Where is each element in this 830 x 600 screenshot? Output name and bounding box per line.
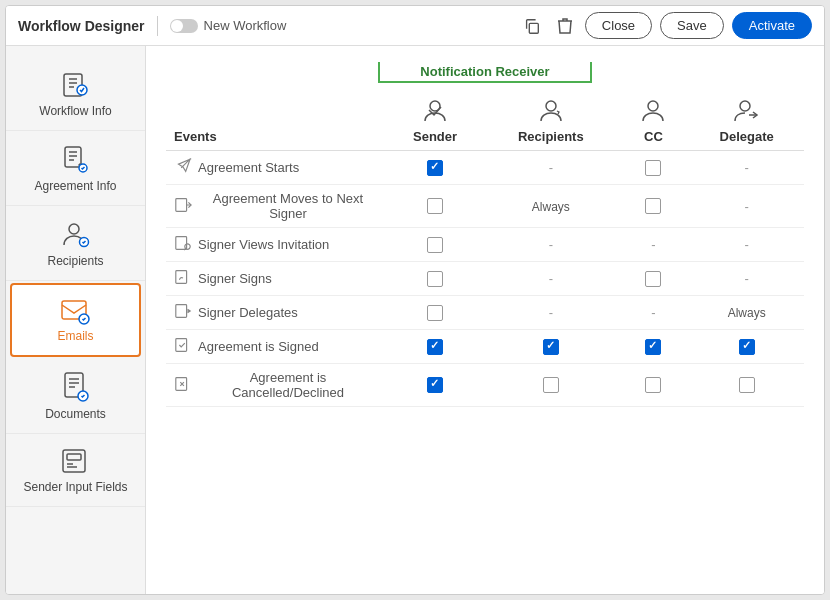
col-header-cc: CC <box>618 91 690 151</box>
cell-dash: - <box>745 271 749 286</box>
checkbox-unchecked[interactable] <box>543 377 559 393</box>
checkbox-checked[interactable] <box>427 377 443 393</box>
table-row: Agreement is Signed <box>166 330 804 364</box>
cell-dash: - <box>651 237 655 252</box>
notification-header: Notification Receiver <box>166 62 804 83</box>
cell-dash: - <box>549 271 553 286</box>
checkbox-unchecked[interactable] <box>427 237 443 253</box>
sender-cell <box>386 364 484 407</box>
svg-rect-3 <box>65 147 81 167</box>
email-table: Events Sender <box>166 91 804 407</box>
checkbox-unchecked[interactable] <box>427 198 443 214</box>
sidebar-label-documents: Documents <box>45 407 106 421</box>
checkbox-unchecked[interactable] <box>427 305 443 321</box>
cell-dash: - <box>745 199 749 214</box>
cell-dash: - <box>549 237 553 252</box>
recipients-cell <box>484 364 617 407</box>
col-header-sender: Sender <box>386 91 484 151</box>
sidebar-item-documents[interactable]: Documents <box>6 359 145 434</box>
delegate-cell: - <box>689 151 804 185</box>
checkbox-checked[interactable] <box>427 160 443 176</box>
checkbox-checked[interactable] <box>543 339 559 355</box>
header: Workflow Designer New Workflow Close Sav… <box>6 6 824 46</box>
cell-dash: - <box>549 305 553 320</box>
checkbox-checked[interactable] <box>427 339 443 355</box>
documents-icon <box>62 371 90 403</box>
delegate-cell: - <box>689 185 804 228</box>
save-button[interactable]: Save <box>660 12 724 39</box>
event-icon <box>174 196 192 217</box>
sender-cell <box>386 262 484 296</box>
sidebar-item-emails[interactable]: Emails <box>10 283 141 357</box>
close-button[interactable]: Close <box>585 12 652 39</box>
recipients-cell: - <box>484 262 617 296</box>
checkbox-unchecked[interactable] <box>427 271 443 287</box>
recipients-cell <box>484 330 617 364</box>
app-container: Workflow Designer New Workflow Close Sav… <box>5 5 825 595</box>
sidebar-label-sender-input: Sender Input Fields <box>23 480 127 494</box>
sender-cell <box>386 185 484 228</box>
event-label: Agreement Starts <box>198 160 299 175</box>
notification-receiver-label: Notification Receiver <box>378 62 591 83</box>
svg-rect-22 <box>176 339 187 352</box>
table-row: Agreement Moves to Next Signer Always - <box>166 185 804 228</box>
table-row: Agreement is Cancelled/Declined <box>166 364 804 407</box>
sidebar-label-workflow-info: Workflow Info <box>39 104 111 118</box>
activate-button[interactable]: Activate <box>732 12 812 39</box>
cell-dash: - <box>745 237 749 252</box>
recipients-cell: - <box>484 296 617 330</box>
checkbox-checked[interactable] <box>739 339 755 355</box>
svg-point-16 <box>740 101 750 111</box>
table-row: Signer Views Invitation - - - <box>166 228 804 262</box>
checkbox-unchecked[interactable] <box>739 377 755 393</box>
event-icon <box>174 302 192 323</box>
event-name-cell: Agreement Starts <box>166 151 386 185</box>
sidebar-item-recipients[interactable]: Recipients <box>6 206 145 281</box>
recipients-icon <box>60 218 92 250</box>
col-header-recipients: Recipients <box>484 91 617 151</box>
event-icon <box>174 336 192 357</box>
event-name-cell: Agreement is Cancelled/Declined <box>166 364 386 407</box>
delete-button[interactable] <box>553 13 577 39</box>
body: Workflow Info Agreement Info <box>6 46 824 594</box>
event-name-cell: Agreement is Signed <box>166 330 386 364</box>
notification-section: Notification Receiver Events <box>166 62 804 407</box>
checkbox-unchecked[interactable] <box>645 198 661 214</box>
event-label: Signer Delegates <box>198 305 298 320</box>
recipients-cell: Always <box>484 185 617 228</box>
svg-rect-0 <box>529 23 538 33</box>
sidebar-item-agreement-info[interactable]: Agreement Info <box>6 131 145 206</box>
delegate-cell <box>689 364 804 407</box>
recipients-cell: - <box>484 228 617 262</box>
sidebar-item-sender-input[interactable]: Sender Input Fields <box>6 434 145 507</box>
svg-rect-12 <box>67 454 81 460</box>
header-actions: Close Save Activate <box>519 12 812 39</box>
svg-point-5 <box>69 224 79 234</box>
cc-cell <box>618 151 690 185</box>
event-icon <box>174 234 192 255</box>
cell-dash: - <box>549 160 553 175</box>
delegate-cell: Always <box>689 296 804 330</box>
sender-cell <box>386 151 484 185</box>
copy-button[interactable] <box>519 13 545 39</box>
sender-input-icon <box>61 446 91 476</box>
cc-cell <box>618 330 690 364</box>
workflow-name-label: New Workflow <box>204 18 287 33</box>
svg-rect-21 <box>176 305 187 318</box>
cc-cell <box>618 262 690 296</box>
workflow-name-section: New Workflow <box>170 18 287 33</box>
delegate-cell: - <box>689 262 804 296</box>
sidebar-item-workflow-info[interactable]: Workflow Info <box>6 56 145 131</box>
svg-rect-23 <box>176 377 187 390</box>
checkbox-checked[interactable] <box>645 339 661 355</box>
checkbox-unchecked[interactable] <box>645 271 661 287</box>
sender-cell <box>386 228 484 262</box>
checkbox-unchecked[interactable] <box>645 160 661 176</box>
cc-cell <box>618 185 690 228</box>
main-content: Notification Receiver Events <box>146 46 824 594</box>
svg-point-15 <box>648 101 658 111</box>
checkbox-unchecked[interactable] <box>645 377 661 393</box>
workflow-toggle[interactable] <box>170 19 198 33</box>
event-icon <box>174 268 192 289</box>
event-label: Agreement Moves to Next Signer <box>198 191 378 221</box>
